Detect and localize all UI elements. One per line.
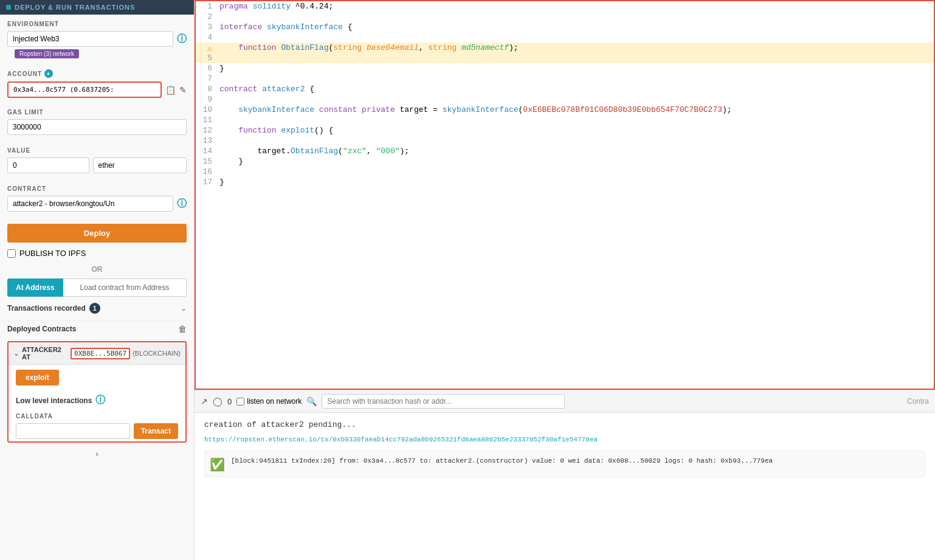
line-number: 3 [196,22,217,32]
more-btn[interactable]: › [0,446,194,461]
line-code [217,12,934,22]
line-code: function exploit() { [217,125,934,136]
bottom-panel: ↗ ◯ 0 listen on network 🔍 Contra creatio… [195,390,935,560]
contract-info-icon[interactable]: ⓘ [177,198,187,210]
at-address-row: At Address Load contract from Address [7,278,187,297]
copy-account-btn[interactable]: 📋 [165,85,176,95]
contract-label: CONTRACT [7,185,187,192]
or-divider: OR [0,265,194,274]
account-input-row: 📋 ✎ [7,81,187,98]
code-editor: 1pragma solidity ^0.4.24;2 3interface sk… [195,0,935,390]
value-label: VALUE [7,147,187,154]
blockchain-label: (BLOCKCHAIN) [133,350,181,357]
line-code: skybankInterface constant private target… [217,105,934,115]
tx-search-input[interactable] [322,394,565,409]
gas-limit-label: GAS LIMIT [7,109,187,116]
account-section: ACCOUNT + 📋 ✎ [0,64,194,103]
header-dot [6,5,11,10]
line-code: } [217,63,934,74]
gas-limit-section: GAS LIMIT [0,103,194,141]
line-number: 17 [196,177,217,187]
line-code: } [217,177,934,187]
low-level-info-icon[interactable]: ⓘ [95,394,105,407]
tx-record: ✅ [block:9451811 txIndex:20] from: 0x3a4… [204,451,925,477]
exploit-button[interactable]: exploit [16,370,59,385]
tx-back-btn[interactable]: ↗ [201,396,208,406]
transact-button[interactable]: Transact [134,423,178,439]
environment-label: ENVIRONMENT [7,21,187,27]
line-code: interface skybankInterface { [217,22,934,32]
calldata-input[interactable] [16,423,130,439]
network-badge: Ropsten (3) network [15,49,79,58]
deployed-contracts-row: Deployed Contracts 🗑 [0,320,194,337]
deployed-contract-name: ATTACKER2 AT [22,346,68,361]
account-input[interactable] [7,81,162,98]
line-number: 12 [196,125,217,136]
contract-row: attacker2 - browser/kongtou/Un ⓘ [7,196,187,212]
line-code [217,94,934,105]
line-code [217,167,934,177]
load-contract-button[interactable]: Load contract from Address [63,278,187,297]
calldata-label: CALLDATA [9,410,185,421]
calldata-row: Transact [9,421,185,441]
edit-account-btn[interactable]: ✎ [179,85,187,95]
add-account-icon[interactable]: + [44,69,53,78]
value-row: ether wei gwei [7,157,187,173]
transactions-chevron-icon: ⌄ [181,304,187,313]
line-number: 6 [196,63,217,74]
line-number: 1 [196,1,217,12]
line-number: 14 [196,146,217,156]
publish-checkbox[interactable] [7,249,16,258]
header-title: DEPLOY & RUN TRANSACTIONS [15,4,135,11]
gas-limit-input[interactable] [7,119,187,135]
environment-select[interactable]: Injected Web3 [7,31,173,47]
left-panel: DEPLOY & RUN TRANSACTIONS ENVIRONMENT In… [0,0,195,560]
line-number: 4 [196,32,217,43]
deployed-item-header: ⌄ ATTACKER2 AT 0XB8E...5B067 (BLOCKCHAIN… [9,342,185,365]
creation-pending-text: creation of attacker2 pending... [204,420,925,429]
line-code: } [217,156,934,167]
line-number: 11 [196,115,217,125]
line-code: contract attacker2 { [217,84,934,94]
line-number: 9 [196,94,217,105]
deploy-header: DEPLOY & RUN TRANSACTIONS [0,0,194,15]
contract-tab: Contra [907,397,929,406]
line-code: function ObtainFlag(string base64email, … [217,43,934,63]
line-number: 2 [196,12,217,22]
line-number: 13 [196,136,217,146]
at-address-button[interactable]: At Address [7,278,63,297]
tx-refresh-btn[interactable]: ◯ [213,396,223,406]
collapse-deployed-btn[interactable]: ⌄ [13,349,19,358]
line-number: 7 [196,74,217,84]
contract-select[interactable]: attacker2 - browser/kongtou/Un [7,196,173,212]
environment-info-icon[interactable]: ⓘ [177,33,187,46]
line-code [217,136,934,146]
transactions-badge: 1 [89,303,100,314]
value-input[interactable] [7,157,89,173]
line-code [217,32,934,43]
line-number: 15 [196,156,217,167]
etherscan-link[interactable]: https://ropsten.etherscan.io/tx/0xb9330f… [204,436,598,443]
listen-label: listen on network [247,397,302,406]
tx-details: [block:9451811 txIndex:20] from: 0x3a4..… [231,456,773,467]
tx-toolbar: ↗ ◯ 0 listen on network 🔍 Contra [195,390,935,413]
code-table: 1pragma solidity ^0.4.24;2 3interface sk… [196,1,934,187]
line-number: 10 [196,105,217,115]
low-level-label: Low level interactions [16,396,92,405]
trash-icon[interactable]: 🗑 [178,324,187,334]
line-code [217,74,934,84]
value-unit-select[interactable]: ether wei gwei [93,157,187,173]
deployed-contract-address[interactable]: 0XB8E...5B067 [71,348,130,359]
deploy-button[interactable]: Deploy [7,224,187,243]
publish-label: PUBLISH TO IPFS [19,249,86,258]
line-code: pragma solidity ^0.4.24; [217,1,934,12]
transactions-row[interactable]: Transactions recorded 1 ⌄ [0,297,194,320]
search-icon-btn[interactable]: 🔍 [306,396,317,406]
publish-row: PUBLISH TO IPFS [0,246,194,260]
listen-checkbox[interactable] [236,398,244,406]
transactions-label: Transactions recorded 1 [7,303,100,314]
environment-section: ENVIRONMENT Injected Web3 ⓘ Ropsten (3) … [0,15,194,64]
account-label: ACCOUNT + [7,69,187,78]
low-level-row: Low level interactions ⓘ [9,390,185,410]
right-panel: 1pragma solidity ^0.4.24;2 3interface sk… [195,0,935,560]
